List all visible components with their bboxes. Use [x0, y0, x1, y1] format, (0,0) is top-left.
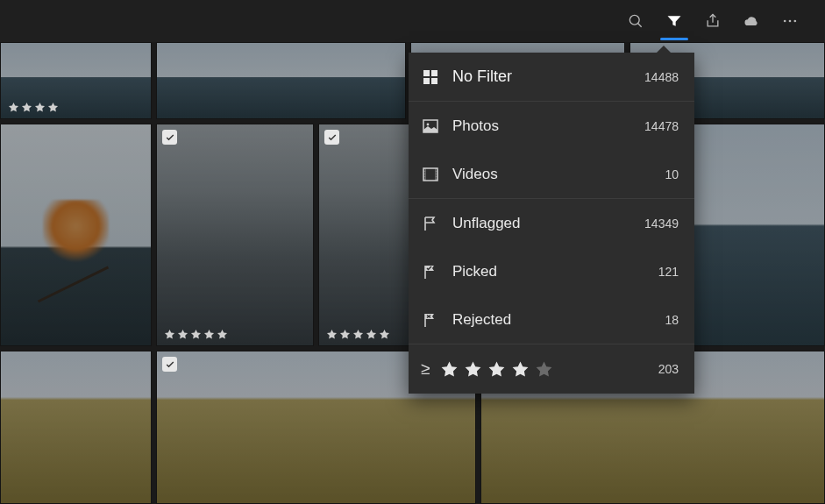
- filter-count: 121: [642, 265, 679, 279]
- thumbnail[interactable]: [678, 124, 825, 346]
- svg-point-16: [424, 174, 425, 175]
- svg-rect-7: [423, 78, 430, 84]
- filter-row-photos[interactable]: Photos 14478: [409, 102, 694, 150]
- thumbnail[interactable]: [156, 124, 314, 346]
- flag-check-icon: [421, 262, 440, 281]
- filter-count: 203: [642, 362, 679, 376]
- cloud-icon[interactable]: [732, 0, 771, 42]
- filter-label: Videos: [452, 166, 642, 183]
- selected-checkbox[interactable]: [162, 130, 177, 145]
- top-toolbar: [0, 0, 825, 42]
- svg-point-18: [436, 169, 437, 170]
- svg-rect-5: [423, 70, 430, 76]
- filter-icon[interactable]: [655, 0, 693, 42]
- svg-point-15: [424, 172, 425, 173]
- filter-label: Picked: [452, 263, 642, 280]
- selected-checkbox[interactable]: [324, 130, 339, 145]
- rating-stars-selector[interactable]: [440, 360, 642, 379]
- grid-icon: [421, 67, 440, 87]
- svg-point-3: [789, 20, 792, 23]
- filter-label: Photos: [452, 117, 642, 135]
- svg-point-14: [424, 169, 425, 170]
- filter-count: 10: [642, 167, 679, 181]
- filter-row-unflagged[interactable]: Unflagged 14349: [409, 199, 694, 247]
- thumbnail[interactable]: [0, 124, 152, 346]
- svg-point-10: [427, 123, 430, 125]
- svg-rect-8: [431, 78, 437, 84]
- svg-point-21: [436, 177, 437, 178]
- filter-row-videos[interactable]: Videos 10: [409, 150, 694, 198]
- filter-panel: No Filter 14488 Photos 14478 Videos 10 U…: [409, 53, 694, 394]
- filter-count: 14488: [642, 70, 679, 84]
- filter-row-no-filter[interactable]: No Filter 14488: [409, 53, 694, 101]
- svg-point-20: [436, 174, 437, 175]
- rating-stars: [326, 329, 390, 340]
- svg-point-19: [436, 172, 437, 173]
- thumbnail[interactable]: [0, 351, 152, 504]
- photo-icon: [421, 117, 440, 136]
- more-icon[interactable]: [771, 0, 809, 42]
- thumbnail[interactable]: [0, 42, 152, 119]
- flag-outline-icon: [421, 214, 440, 233]
- svg-point-17: [424, 177, 425, 178]
- rating-stars: [8, 102, 59, 113]
- filter-label: Unflagged: [452, 215, 642, 232]
- filter-count: 14349: [642, 217, 679, 231]
- filter-count: 14478: [642, 119, 679, 133]
- svg-point-2: [784, 20, 786, 23]
- thumbnail[interactable]: [156, 42, 406, 119]
- selected-checkbox[interactable]: [162, 357, 177, 372]
- filter-row-rejected[interactable]: Rejected 18: [409, 295, 694, 344]
- filter-label: No Filter: [452, 67, 642, 86]
- filter-row-rating[interactable]: ≥ 203: [409, 344, 694, 394]
- svg-line-1: [638, 24, 642, 27]
- filter-row-picked[interactable]: Picked 121: [409, 247, 694, 295]
- svg-point-4: [794, 20, 797, 23]
- rating-stars: [164, 329, 228, 340]
- filter-count: 18: [642, 313, 679, 327]
- rating-operator[interactable]: ≥: [421, 359, 430, 379]
- flag-x-icon: [421, 310, 440, 330]
- svg-rect-6: [431, 70, 437, 76]
- filter-label: Rejected: [452, 311, 642, 329]
- video-icon: [421, 165, 440, 184]
- search-icon[interactable]: [616, 0, 655, 42]
- share-icon[interactable]: [693, 0, 732, 42]
